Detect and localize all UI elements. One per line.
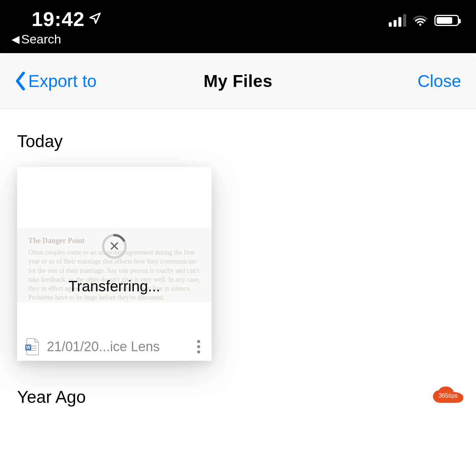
battery-icon <box>434 15 459 26</box>
transfer-status-label: Transferring... <box>68 278 160 295</box>
file-card-footer: W 21/01/20...ice Lens <box>17 333 212 361</box>
wifi-icon <box>413 15 428 26</box>
file-more-button[interactable] <box>193 338 204 356</box>
back-button-label: Export to <box>28 71 97 91</box>
chevron-left-icon <box>15 72 26 90</box>
cancel-transfer-button[interactable]: ✕ <box>101 233 127 259</box>
close-button[interactable]: Close <box>417 71 461 91</box>
back-triangle-icon: ◀ <box>12 34 20 45</box>
section-header-year-ago: Year Ago <box>17 387 459 407</box>
location-arrow-icon <box>88 12 102 26</box>
close-button-label: Close <box>417 71 461 91</box>
watermark-label: 365tips <box>438 392 458 399</box>
section-header-today: Today <box>17 131 459 151</box>
close-x-icon: ✕ <box>101 233 127 259</box>
transfer-overlay: ✕ Transferring... <box>17 167 212 361</box>
status-back-label: Search <box>21 32 61 46</box>
status-bar: 19:42 ◀ Search <box>0 0 476 53</box>
cellular-signal-icon <box>389 14 406 27</box>
word-document-icon: W <box>25 338 40 356</box>
status-back-to-app[interactable]: ◀ Search <box>12 32 102 46</box>
back-button[interactable]: Export to <box>15 71 97 91</box>
page-title: My Files <box>203 71 273 91</box>
svg-text:W: W <box>26 345 30 350</box>
file-card[interactable]: The Danger Point Often couples come to a… <box>17 167 212 361</box>
content-area: Today The Danger Point Often couples com… <box>0 109 476 407</box>
watermark-badge: 365tips <box>431 386 465 406</box>
nav-bar: Export to My Files Close <box>0 53 476 109</box>
sheet-container: Export to My Files Close Today The Dange… <box>0 53 476 469</box>
status-time: 19:42 <box>32 7 85 30</box>
file-name-label: 21/01/20...ice Lens <box>47 339 186 355</box>
